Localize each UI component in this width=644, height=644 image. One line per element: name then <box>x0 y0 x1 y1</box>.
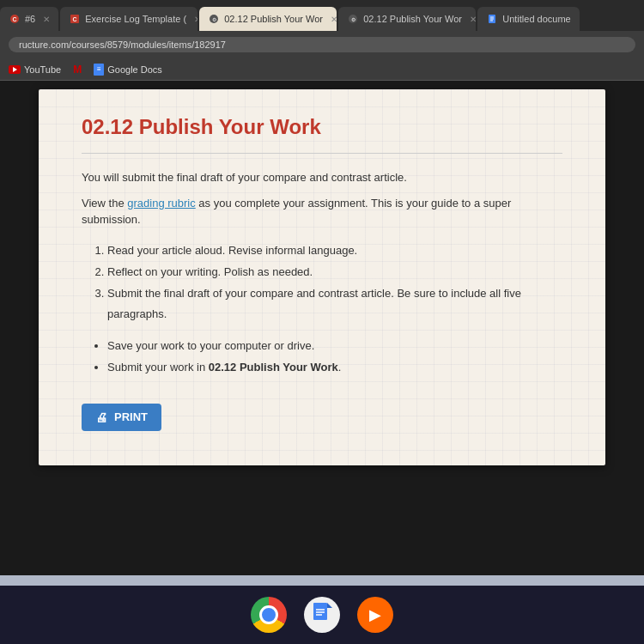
instruction-3: Submit the final draft of your compare a… <box>107 283 562 324</box>
bullet-1: Save your work to your computer or drive… <box>107 336 562 355</box>
google-docs-icon <box>94 64 104 76</box>
browser-chrome: C #6 ✕ C Exercise Log Template ( ✕ ⚙ 02.… <box>0 0 644 81</box>
tab-close-3[interactable]: ✕ <box>331 15 337 24</box>
intro-prefix: View the <box>82 197 127 210</box>
youtube-icon <box>9 65 21 74</box>
print-icon: 🖨 <box>95 410 107 424</box>
print-button-label: PRINT <box>114 410 148 423</box>
progress-bar-area <box>0 575 644 586</box>
address-bar[interactable]: ructure.com/courses/8579/modules/items/1… <box>9 37 635 52</box>
svg-rect-12 <box>313 603 327 620</box>
instruction-1: Read your article aloud. Revise informal… <box>107 240 562 260</box>
play-taskbar-icon[interactable]: ▶ <box>357 597 393 633</box>
bookmark-gdocs[interactable]: Google Docs <box>94 64 162 76</box>
tab-3[interactable]: ⚙ 02.12 Publish Your Wor ✕ <box>199 7 337 31</box>
tab-4[interactable]: ⚙ 02.12 Publish Your Wor ✕ <box>338 7 476 31</box>
tab-icon-3: ⚙ <box>208 13 220 25</box>
tab-icon-4: ⚙ <box>347 13 359 25</box>
section-divider <box>82 153 562 154</box>
bookmark-gmail[interactable]: M <box>73 64 82 76</box>
tab-close-1[interactable]: ✕ <box>43 15 50 24</box>
tab-label-5: Untitled docume <box>502 14 571 24</box>
bullet-2-suffix: . <box>338 361 342 374</box>
bullet-2-prefix: Submit your work in <box>107 361 209 374</box>
intro-paragraph-2: View the grading rubric as you complete … <box>82 195 562 228</box>
chrome-taskbar-icon[interactable] <box>251 597 287 633</box>
tab-close-2[interactable]: ✕ <box>194 15 197 24</box>
taskbar: ▶ <box>0 586 644 644</box>
tab-bar: C #6 ✕ C Exercise Log Template ( ✕ ⚙ 02.… <box>0 0 644 31</box>
bookmark-youtube[interactable]: YouTube <box>9 64 61 75</box>
intro-paragraph-1: You will submit the final draft of your … <box>82 169 562 186</box>
gmail-icon: M <box>73 64 82 76</box>
tab-1[interactable]: C #6 ✕ <box>0 7 58 31</box>
grading-rubric-link[interactable]: grading rubric <box>127 197 196 210</box>
tab-icon-1: C <box>9 13 21 25</box>
svg-text:C: C <box>73 16 77 22</box>
bullet-2: Submit your work in 02.12 Publish Your W… <box>107 357 562 377</box>
bullet-instructions: Save your work to your computer or drive… <box>107 336 562 378</box>
tab-icon-2: C <box>69 13 81 25</box>
address-bar-row: ructure.com/courses/8579/modules/items/1… <box>0 31 644 58</box>
svg-text:⚙: ⚙ <box>351 17 355 22</box>
tab-2[interactable]: C Exercise Log Template ( ✕ <box>60 7 197 31</box>
bookmarks-bar: YouTube M Google Docs <box>0 58 644 81</box>
svg-text:C: C <box>12 16 16 22</box>
tab-5[interactable]: Untitled docume <box>477 7 580 31</box>
bookmark-youtube-label: YouTube <box>24 64 61 75</box>
bookmark-gdocs-label: Google Docs <box>107 64 162 75</box>
numbered-instructions: Read your article aloud. Revise informal… <box>107 240 562 325</box>
instruction-2: Reflect on your writing. Polish as neede… <box>107 262 562 282</box>
page-title: 02.12 Publish Your Work <box>82 115 562 139</box>
svg-marker-13 <box>327 603 332 608</box>
tab-close-4[interactable]: ✕ <box>470 15 476 24</box>
tab-icon-5 <box>486 13 498 25</box>
tab-label-4: 02.12 Publish Your Wor <box>363 14 462 24</box>
screen-content: 02.12 Publish Your Work You will submit … <box>0 81 644 575</box>
docs-taskbar-icon[interactable] <box>304 597 340 633</box>
tab-label-3: 02.12 Publish Your Wor <box>224 14 323 24</box>
bullet-2-bold: 02.12 Publish Your Work <box>209 361 338 374</box>
canvas-page: 02.12 Publish Your Work You will submit … <box>39 89 605 465</box>
svg-text:⚙: ⚙ <box>212 17 216 22</box>
print-button[interactable]: 🖨 PRINT <box>82 404 161 431</box>
tab-label-1: #6 <box>25 14 35 24</box>
tab-label-2: Exercise Log Template ( <box>85 14 186 24</box>
